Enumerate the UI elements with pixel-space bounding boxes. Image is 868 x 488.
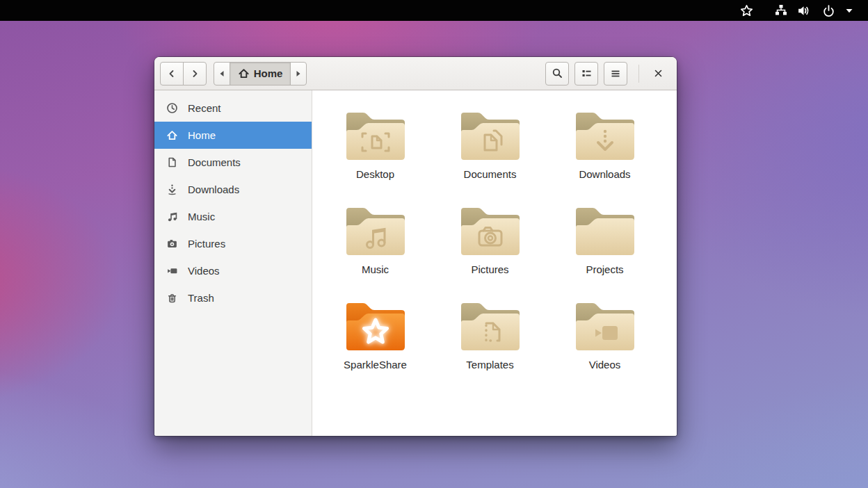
recent-clock-icon xyxy=(166,102,178,114)
sidebar-item-label: Pictures xyxy=(188,238,225,250)
titlebar-divider xyxy=(638,65,639,83)
folder-label: SparkleShare xyxy=(344,359,407,371)
folder-templates[interactable]: Templates xyxy=(433,298,547,393)
file-view[interactable]: Desktop Documents xyxy=(312,90,677,436)
back-button[interactable] xyxy=(160,62,184,86)
chevron-down-icon[interactable] xyxy=(840,1,858,19)
folder-label: Music xyxy=(362,263,389,275)
path-next-button[interactable] xyxy=(290,62,307,86)
sidebar-item-home[interactable]: Home xyxy=(154,122,312,149)
music-note-icon xyxy=(166,211,178,222)
location-button-home[interactable]: Home xyxy=(230,62,291,86)
sidebar-item-downloads[interactable]: Downloads xyxy=(154,176,312,203)
sidebar-item-label: Recent xyxy=(188,102,221,114)
titlebar-actions xyxy=(545,62,668,86)
star-icon[interactable] xyxy=(737,1,755,19)
trash-icon xyxy=(166,292,178,304)
home-icon xyxy=(238,67,250,79)
volume-icon[interactable] xyxy=(794,1,812,19)
desktop: Home xyxy=(0,0,868,488)
folder-label: Projects xyxy=(586,263,623,275)
folder-label: Documents xyxy=(464,168,517,180)
folder-videos[interactable]: Videos xyxy=(547,298,662,393)
sidebar-item-pictures[interactable]: Pictures xyxy=(154,230,312,257)
location-label: Home xyxy=(254,67,283,79)
sidebar-item-label: Documents xyxy=(188,156,241,168)
folder-label: Videos xyxy=(589,359,621,371)
path-prev-button[interactable] xyxy=(214,62,230,86)
folder-grid: Desktop Documents xyxy=(318,107,677,393)
files-window: Home xyxy=(154,57,677,436)
list-view-button[interactable] xyxy=(574,62,598,86)
folder-desktop[interactable]: Desktop xyxy=(318,107,433,202)
path-bar: Home xyxy=(214,62,307,86)
network-icon[interactable] xyxy=(772,1,790,19)
sidebar-item-label: Trash xyxy=(188,292,214,304)
folder-sparkleshare[interactable]: SparkleShare xyxy=(318,298,433,393)
folder-label: Desktop xyxy=(356,168,394,180)
close-button[interactable] xyxy=(648,63,668,84)
camera-icon xyxy=(166,238,178,250)
document-icon xyxy=(166,156,178,168)
sidebar-item-label: Music xyxy=(188,211,215,222)
folder-documents[interactable]: Documents xyxy=(433,107,547,202)
sidebar-item-label: Home xyxy=(188,129,216,141)
history-nav xyxy=(160,62,207,86)
sidebar-item-music[interactable]: Music xyxy=(154,203,312,230)
sidebar-item-label: Videos xyxy=(188,265,220,277)
folder-pictures[interactable]: Pictures xyxy=(433,202,547,298)
video-camera-icon xyxy=(166,265,178,277)
power-icon[interactable] xyxy=(819,1,837,19)
top-panel xyxy=(0,0,868,21)
sidebar-item-videos[interactable]: Videos xyxy=(154,257,312,284)
folder-label: Pictures xyxy=(471,263,508,275)
forward-button[interactable] xyxy=(183,62,207,86)
folder-label: Templates xyxy=(466,359,513,371)
download-icon xyxy=(166,184,178,195)
menu-button[interactable] xyxy=(604,62,627,86)
sidebar-item-documents[interactable]: Documents xyxy=(154,149,312,176)
home-icon xyxy=(166,129,178,141)
titlebar[interactable]: Home xyxy=(154,57,677,90)
folder-music[interactable]: Music xyxy=(318,202,433,298)
folder-projects[interactable]: Projects xyxy=(547,202,662,298)
folder-label: Downloads xyxy=(579,168,630,180)
sidebar-item-label: Downloads xyxy=(188,184,239,195)
sidebar-item-trash[interactable]: Trash xyxy=(154,284,312,311)
search-button[interactable] xyxy=(545,62,569,86)
sidebar-item-recent[interactable]: Recent xyxy=(154,95,312,122)
sidebar: Recent Home Documents xyxy=(154,90,312,436)
folder-downloads[interactable]: Downloads xyxy=(547,107,662,202)
